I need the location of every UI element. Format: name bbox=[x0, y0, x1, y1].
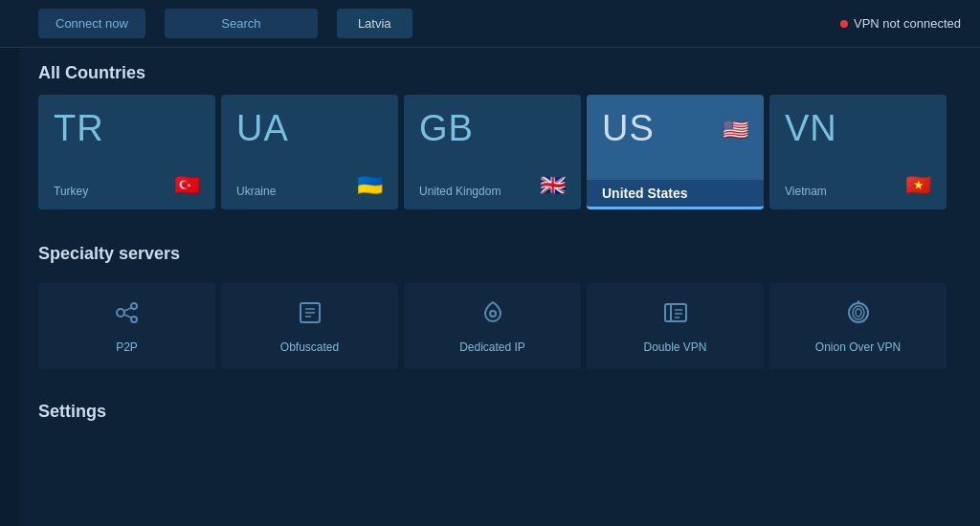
country-name-tr: Turkey bbox=[54, 185, 88, 198]
country-flag-row-vn: Vietnam 🇻🇳 bbox=[785, 173, 931, 198]
country-row: TR Turkey 🇹🇷 UA Ukraine 🇺🇦 GB United Kin… bbox=[38, 95, 961, 209]
svg-point-2 bbox=[131, 317, 137, 322]
country-name-ua: Ukraine bbox=[236, 185, 276, 198]
specialty-item-obfuscated[interactable]: Obfuscated bbox=[221, 283, 398, 369]
specialty-item-double[interactable]: Double VPN bbox=[587, 283, 764, 369]
specialty-grid: P2P Obfuscated bbox=[38, 283, 961, 369]
double-vpn-label: Double VPN bbox=[643, 340, 706, 354]
vpn-status-text: VPN not connected bbox=[854, 16, 961, 31]
svg-point-16 bbox=[853, 306, 864, 319]
country-name-gb: United Kingdom bbox=[419, 185, 501, 198]
country-code-tr: TR bbox=[54, 108, 200, 149]
specialty-item-onion[interactable]: Onion Over VPN bbox=[769, 283, 947, 369]
settings-title: Settings bbox=[38, 386, 961, 433]
double-vpn-icon bbox=[662, 299, 689, 333]
country-code-ua: UA bbox=[236, 108, 383, 149]
country-flag-row-ua: Ukraine 🇺🇦 bbox=[236, 173, 383, 198]
ukraine-flag-icon: 🇺🇦 bbox=[357, 173, 383, 198]
specialty-section: Specialty servers P2P bbox=[38, 229, 961, 369]
specialty-item-p2p[interactable]: P2P bbox=[38, 283, 215, 369]
gb-flag-icon: 🇬🇧 bbox=[540, 173, 566, 198]
all-countries-title: All Countries bbox=[38, 48, 961, 95]
p2p-icon bbox=[114, 299, 141, 333]
obfuscated-icon bbox=[297, 299, 323, 333]
p2p-label: P2P bbox=[116, 340, 138, 354]
onion-icon bbox=[845, 299, 872, 333]
svg-point-0 bbox=[117, 309, 124, 317]
obfuscated-label: Obfuscated bbox=[280, 340, 339, 354]
svg-line-3 bbox=[124, 308, 131, 311]
turkey-flag-icon: 🇹🇷 bbox=[174, 173, 200, 198]
country-card-tr[interactable]: TR Turkey 🇹🇷 bbox=[38, 95, 215, 209]
country-card-us[interactable]: US 🇺🇸 United States bbox=[587, 95, 764, 209]
country-code-vn: VN bbox=[785, 108, 931, 149]
dedicated-label: Dedicated IP bbox=[459, 340, 525, 354]
dedicated-icon bbox=[479, 299, 506, 333]
country-code-gb: GB bbox=[419, 108, 566, 149]
vn-flag-icon: 🇻🇳 bbox=[905, 173, 931, 198]
connect-now-button[interactable]: Connect now bbox=[38, 9, 145, 38]
specialty-title: Specialty servers bbox=[38, 229, 961, 275]
country-name-us-selected: United States bbox=[587, 180, 764, 207]
svg-line-4 bbox=[124, 315, 131, 318]
country-name-vn: Vietnam bbox=[785, 185, 827, 198]
svg-point-17 bbox=[856, 309, 861, 317]
country-code-us: US bbox=[602, 108, 655, 149]
main-content: All Countries TR Turkey 🇹🇷 UA Ukraine 🇺🇦… bbox=[19, 48, 980, 433]
vpn-dot-icon bbox=[840, 20, 848, 28]
settings-section: Settings bbox=[38, 386, 961, 433]
svg-rect-11 bbox=[671, 304, 686, 321]
country-card-vn[interactable]: VN Vietnam 🇻🇳 bbox=[769, 95, 947, 209]
country-flag-row-gb: United Kingdom 🇬🇧 bbox=[419, 173, 566, 198]
svg-point-1 bbox=[131, 303, 137, 309]
svg-point-9 bbox=[490, 311, 496, 317]
specialty-item-dedicated[interactable]: Dedicated IP bbox=[404, 283, 581, 369]
onion-label: Onion Over VPN bbox=[815, 340, 901, 354]
vpn-status: VPN not connected bbox=[840, 16, 961, 31]
country-card-gb[interactable]: GB United Kingdom 🇬🇧 bbox=[404, 95, 581, 209]
sidebar bbox=[0, 48, 19, 526]
top-bar: Connect now Search Latvia VPN not connec… bbox=[0, 0, 980, 48]
country-card-ua[interactable]: UA Ukraine 🇺🇦 bbox=[221, 95, 398, 209]
search-button[interactable]: Search bbox=[165, 9, 318, 38]
country-flag-row-tr: Turkey 🇹🇷 bbox=[54, 173, 200, 198]
latvia-badge: Latvia bbox=[337, 9, 412, 38]
us-flag-icon: 🇺🇸 bbox=[723, 118, 748, 142]
